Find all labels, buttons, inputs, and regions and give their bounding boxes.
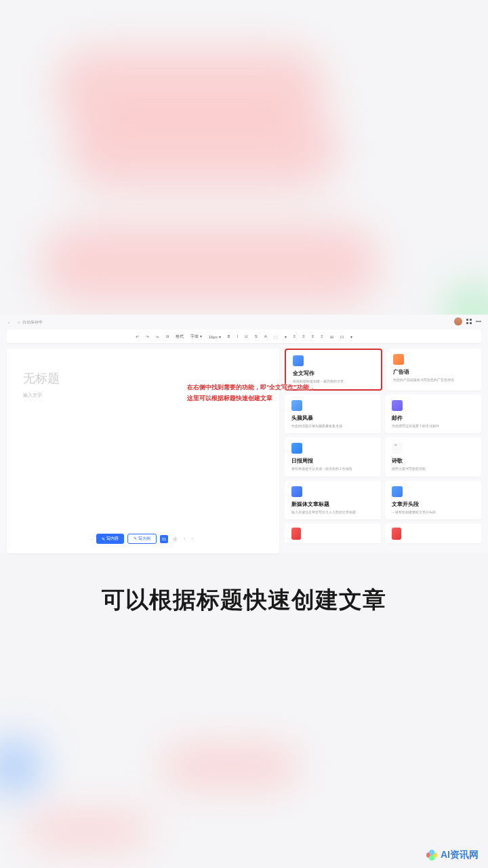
editor-pane[interactable]: 无标题 输入文字 ‹ ✎写内容 ✎ 写大纲 01 全 ‹ › <box>7 349 279 553</box>
list-button[interactable]: ≡ <box>319 334 325 338</box>
collapse-icon[interactable]: ‹ <box>92 537 93 541</box>
red-icon <box>291 528 301 540</box>
card-desc: 为您的话题开展头脑风暴收集灵感 <box>291 424 374 429</box>
toolbar: ↶ ↷ ✂ ⧉ 格式 字体 ▾ 16px ▾ B I U S A ⬚ ▾ ≡ ≡… <box>7 330 481 343</box>
media-icon <box>291 486 302 497</box>
card-title: 广告语 <box>393 368 474 376</box>
bold-button[interactable]: B <box>226 334 232 338</box>
card-title: 邮件 <box>392 414 474 422</box>
card-desc: 按照主题书写创意诗歌 <box>392 467 474 471</box>
align-center-button[interactable]: ≡ <box>301 334 306 338</box>
strike-button[interactable]: S <box>253 334 259 338</box>
bg-blur <box>41 224 380 305</box>
underline-button[interactable]: U <box>243 334 249 338</box>
app-window: ‹ ⌂ 自动保存中 ↶ ↷ ✂ ⧉ 格式 字体 ▾ 16px ▾ B I U S… <box>0 315 488 553</box>
card-extra-2[interactable] <box>385 524 481 543</box>
bg-blur <box>68 108 339 190</box>
card-title: 新媒体文章标题 <box>291 500 374 508</box>
write-content-button[interactable]: ✎写内容 <box>96 534 124 544</box>
card-title: 文章开头段 <box>392 500 474 508</box>
poem-icon <box>392 443 403 454</box>
doc-icon <box>293 355 304 366</box>
card-report[interactable]: 日报周报 将简单描述可以变成一份详实的工作报告 <box>285 437 381 477</box>
mail-icon <box>392 400 403 411</box>
apps-icon[interactable] <box>466 319 472 324</box>
bg-blur <box>0 739 41 793</box>
insert-button[interactable]: ⊡ <box>339 334 345 339</box>
paragraph-icon <box>392 486 403 497</box>
card-paragraph[interactable]: 文章开头段 一键帮您创建精彩文章开头段 <box>385 481 481 520</box>
bottom-actions: ‹ ✎写内容 ✎ 写大纲 01 全 ‹ › <box>23 534 263 548</box>
card-desc: 为您撰写任何场景下的专业邮件 <box>392 424 474 429</box>
card-desc: 输入关键信息帮您写出引人入胜的文章标题 <box>291 510 374 515</box>
copy-button[interactable]: ⧉ <box>165 334 170 339</box>
card-title: 日报周报 <box>291 457 374 465</box>
card-title: 诗歌 <box>392 457 474 465</box>
highlight-button[interactable]: ⬚ <box>272 334 279 339</box>
bg-blur <box>163 746 298 787</box>
watermark-icon <box>426 849 438 861</box>
bg-blur <box>27 814 149 848</box>
card-ad[interactable]: 广告语 为您的产品或服务书写创意的广告宣传语 <box>386 349 481 391</box>
format-select[interactable]: 格式 <box>174 334 185 340</box>
card-desc: 一键帮您创建精彩文章开头段 <box>392 510 474 515</box>
card-poem[interactable]: 诗歌 按照主题书写创意诗歌 <box>385 437 481 477</box>
font-select[interactable]: 字体 ▾ <box>189 334 203 340</box>
card-mail[interactable]: 邮件 为您撰写任何场景下的专业邮件 <box>385 395 481 434</box>
align-right-button[interactable]: ≡ <box>310 334 316 338</box>
autosave-label: 自动保存中 <box>22 319 43 326</box>
prev-page[interactable]: ‹ <box>182 536 186 541</box>
card-desc: 将简单描述可以变成一份详实的工作报告 <box>291 467 374 471</box>
back-icon[interactable]: ‹ <box>8 320 9 324</box>
home-icon: ⌂ <box>18 320 20 324</box>
redo-button[interactable]: ↷ <box>144 334 150 339</box>
card-title: 头脑风暴 <box>291 414 374 422</box>
annotation-text: 在右侧中找到需要的功能，即"全文写作"功能， 这里可以根据标题快速创建文章 <box>187 382 315 403</box>
italic-button[interactable]: I <box>236 334 240 338</box>
red-icon <box>392 528 401 540</box>
ad-icon <box>393 354 404 365</box>
avatar[interactable] <box>454 317 462 326</box>
watermark: AI资讯网 <box>426 849 479 861</box>
card-title: 全文写作 <box>293 370 374 377</box>
all-pages[interactable]: 全 <box>171 536 179 542</box>
annotation-line2: 这里可以根据标题快速创建文章 <box>187 393 315 403</box>
align-left-button[interactable]: ≡ <box>292 334 298 338</box>
page-number: 01 <box>160 535 168 543</box>
next-page[interactable]: › <box>190 536 194 541</box>
more-dropdown[interactable]: ▾ <box>349 334 354 339</box>
cut-button[interactable]: ✂ <box>155 334 161 339</box>
annotation-line1: 在右侧中找到需要的功能，即"全文写作"功能， <box>187 382 315 393</box>
more-button[interactable]: ▾ <box>283 334 288 339</box>
card-media-title[interactable]: 新媒体文章标题 输入关键信息帮您写出引人入胜的文章标题 <box>285 481 381 520</box>
caption-text: 可以根据标题快速创建文章 <box>0 585 488 616</box>
card-extra-1[interactable] <box>285 524 381 543</box>
table-button[interactable]: ⊞ <box>329 334 335 339</box>
autosave-status: ⌂ 自动保存中 <box>18 319 43 326</box>
report-icon <box>291 443 302 454</box>
template-panel: 全文写作 根据标题快速创建一篇完整的文章 广告语 为您的产品或服务书写创意的广告… <box>285 349 481 553</box>
watermark-label: AI资讯网 <box>441 849 479 861</box>
write-outline-button[interactable]: ✎ 写大纲 <box>127 534 157 544</box>
top-bar: ‹ ⌂ 自动保存中 <box>0 315 488 330</box>
size-select[interactable]: 16px ▾ <box>207 334 222 339</box>
menu-icon[interactable] <box>476 321 481 322</box>
undo-button[interactable]: ↶ <box>134 334 140 339</box>
text-color-button[interactable]: A <box>263 334 268 338</box>
card-desc: 为您的产品或服务书写创意的广告宣传语 <box>393 378 474 382</box>
